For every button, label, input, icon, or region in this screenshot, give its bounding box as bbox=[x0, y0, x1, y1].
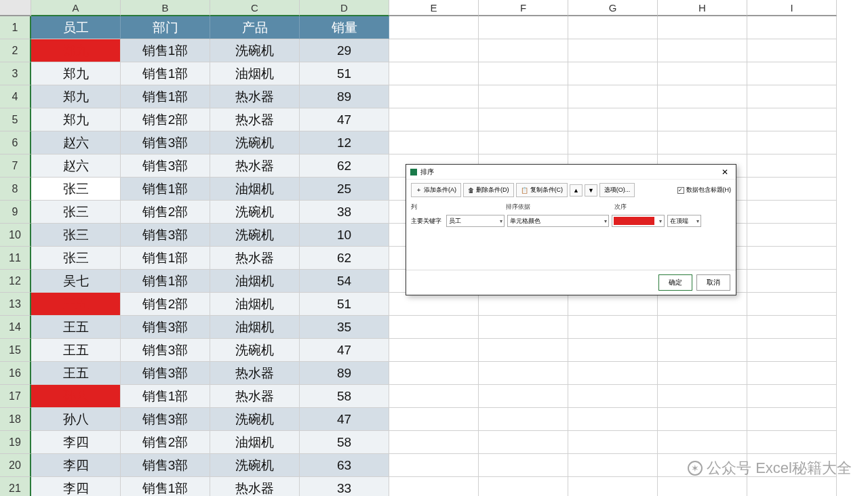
data-cell[interactable]: 洗碗机 bbox=[210, 224, 300, 247]
empty-cell[interactable] bbox=[747, 201, 837, 224]
row-head[interactable]: 20 bbox=[0, 454, 31, 477]
data-cell[interactable]: 王五 bbox=[31, 293, 121, 316]
select-all-corner[interactable] bbox=[0, 0, 31, 16]
data-cell[interactable]: 热水器 bbox=[210, 362, 300, 385]
empty-cell[interactable] bbox=[747, 408, 837, 431]
empty-cell[interactable] bbox=[747, 108, 837, 131]
col-head-A[interactable]: A bbox=[31, 0, 121, 16]
data-cell[interactable]: 郑九 bbox=[31, 85, 121, 108]
data-cell[interactable]: 洗碗机 bbox=[210, 201, 300, 224]
data-cell[interactable]: 李四 bbox=[31, 431, 121, 454]
empty-cell[interactable] bbox=[747, 339, 837, 362]
empty-cell[interactable] bbox=[747, 477, 837, 496]
empty-cell[interactable] bbox=[568, 339, 658, 362]
empty-cell[interactable] bbox=[747, 247, 837, 270]
sort-field-select[interactable]: 员工▾ bbox=[446, 215, 505, 227]
row-head[interactable]: 10 bbox=[0, 224, 31, 247]
data-cell[interactable]: 王五 bbox=[31, 316, 121, 339]
row-head[interactable]: 1 bbox=[0, 16, 31, 39]
empty-cell[interactable] bbox=[568, 362, 658, 385]
empty-cell[interactable] bbox=[658, 431, 747, 454]
data-cell[interactable]: 销售3部 bbox=[121, 316, 210, 339]
sort-order-select[interactable]: 在顶端▾ bbox=[667, 215, 701, 227]
data-cell[interactable]: 销售2部 bbox=[121, 201, 210, 224]
empty-cell[interactable] bbox=[747, 16, 837, 39]
sort-basis-select[interactable]: 单元格颜色▾ bbox=[507, 215, 609, 227]
empty-cell[interactable] bbox=[658, 362, 747, 385]
row-head[interactable]: 9 bbox=[0, 201, 31, 224]
data-cell[interactable]: 58 bbox=[300, 385, 389, 408]
data-cell[interactable]: 油烟机 bbox=[210, 270, 300, 293]
data-cell[interactable]: 李四 bbox=[31, 454, 121, 477]
empty-cell[interactable] bbox=[479, 362, 568, 385]
empty-cell[interactable] bbox=[658, 108, 747, 131]
empty-cell[interactable] bbox=[658, 39, 747, 62]
col-head-C[interactable]: C bbox=[210, 0, 300, 16]
data-cell[interactable]: 张三 bbox=[31, 201, 121, 224]
empty-cell[interactable] bbox=[389, 85, 479, 108]
empty-cell[interactable] bbox=[479, 16, 568, 39]
data-cell[interactable]: 62 bbox=[300, 154, 389, 178]
empty-cell[interactable] bbox=[747, 62, 837, 85]
row-head[interactable]: 12 bbox=[0, 270, 31, 293]
empty-cell[interactable] bbox=[568, 16, 658, 39]
empty-cell[interactable] bbox=[568, 431, 658, 454]
empty-cell[interactable] bbox=[479, 408, 568, 431]
empty-cell[interactable] bbox=[389, 454, 479, 477]
empty-cell[interactable] bbox=[658, 293, 747, 316]
col-head-G[interactable]: G bbox=[568, 0, 658, 16]
data-cell[interactable]: 62 bbox=[300, 247, 389, 270]
col-head-D[interactable]: D bbox=[300, 0, 389, 16]
data-cell[interactable]: 58 bbox=[300, 431, 389, 454]
row-head[interactable]: 7 bbox=[0, 154, 31, 178]
row-head[interactable]: 6 bbox=[0, 131, 31, 154]
empty-cell[interactable] bbox=[389, 408, 479, 431]
data-cell[interactable]: 销售2部 bbox=[121, 108, 210, 131]
table-header-cell[interactable]: 员工 bbox=[31, 16, 121, 39]
empty-cell[interactable] bbox=[389, 316, 479, 339]
empty-cell[interactable] bbox=[747, 224, 837, 247]
row-head[interactable]: 5 bbox=[0, 108, 31, 131]
empty-cell[interactable] bbox=[479, 477, 568, 496]
empty-cell[interactable] bbox=[658, 131, 747, 154]
data-cell[interactable]: 89 bbox=[300, 362, 389, 385]
add-condition-button[interactable]: ＋添加条件(A) bbox=[411, 183, 461, 197]
data-cell[interactable]: 47 bbox=[300, 408, 389, 431]
empty-cell[interactable] bbox=[658, 62, 747, 85]
data-cell[interactable]: 热水器 bbox=[210, 385, 300, 408]
data-cell[interactable]: 35 bbox=[300, 316, 389, 339]
empty-cell[interactable] bbox=[658, 385, 747, 408]
data-cell[interactable]: 销售1部 bbox=[121, 270, 210, 293]
empty-cell[interactable] bbox=[658, 477, 747, 496]
empty-cell[interactable] bbox=[747, 316, 837, 339]
empty-cell[interactable] bbox=[389, 293, 479, 316]
empty-cell[interactable] bbox=[389, 62, 479, 85]
empty-cell[interactable] bbox=[389, 108, 479, 131]
empty-cell[interactable] bbox=[568, 477, 658, 496]
col-head-B[interactable]: B bbox=[121, 0, 210, 16]
empty-cell[interactable] bbox=[658, 16, 747, 39]
row-head[interactable]: 18 bbox=[0, 408, 31, 431]
data-cell[interactable]: 王五 bbox=[31, 362, 121, 385]
data-cell[interactable]: 销售1部 bbox=[121, 247, 210, 270]
move-up-button[interactable]: ▲ bbox=[570, 184, 583, 197]
col-head-F[interactable]: F bbox=[479, 0, 568, 16]
data-cell[interactable]: 王五 bbox=[31, 339, 121, 362]
move-down-button[interactable]: ▼ bbox=[585, 184, 597, 197]
data-cell[interactable]: 洗碗机 bbox=[210, 131, 300, 154]
data-cell[interactable]: 赵六 bbox=[31, 154, 121, 178]
empty-cell[interactable] bbox=[747, 39, 837, 62]
data-cell[interactable]: 47 bbox=[300, 108, 389, 131]
data-cell[interactable]: 销售3部 bbox=[121, 408, 210, 431]
table-header-cell[interactable]: 销量 bbox=[300, 16, 389, 39]
data-cell[interactable]: 洗碗机 bbox=[210, 39, 300, 62]
empty-cell[interactable] bbox=[479, 431, 568, 454]
data-cell[interactable]: 孙八 bbox=[31, 408, 121, 431]
data-cell[interactable]: 54 bbox=[300, 270, 389, 293]
row-head[interactable]: 21 bbox=[0, 477, 31, 496]
data-cell[interactable]: 销售1部 bbox=[121, 477, 210, 496]
empty-cell[interactable] bbox=[747, 270, 837, 293]
data-cell[interactable]: 热水器 bbox=[210, 108, 300, 131]
empty-cell[interactable] bbox=[568, 131, 658, 154]
ok-button[interactable]: 确定 bbox=[658, 274, 692, 291]
